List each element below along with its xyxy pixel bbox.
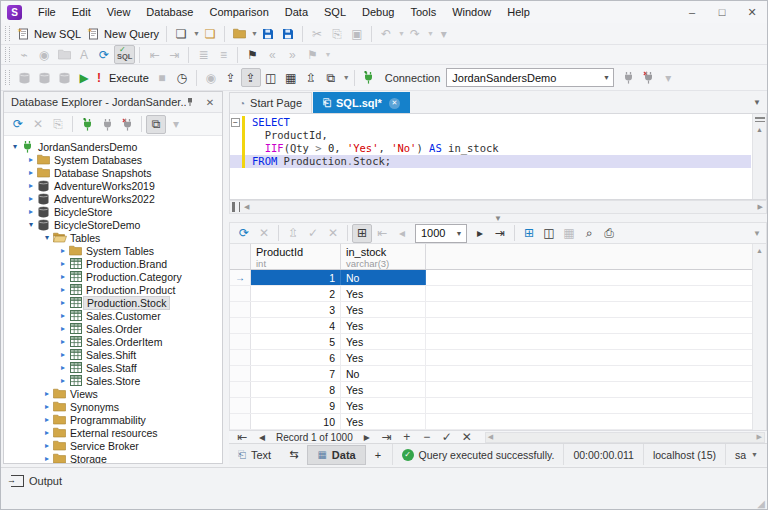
resize-grip[interactable]: ◢	[757, 498, 765, 509]
scroll-right-icon[interactable]: ▶	[758, 203, 763, 211]
last-page-button[interactable]: ⇥	[490, 224, 510, 243]
tree-item-synonyms[interactable]: ▸Synonyms	[4, 400, 222, 413]
cell-instock[interactable]: Yes	[341, 382, 426, 397]
tree-item-jordansandersdemo[interactable]: ▾JordanSandersDemo	[4, 140, 222, 153]
menu-help[interactable]: Help	[499, 3, 538, 21]
editor-vertical-scrollbar[interactable]: ▲	[752, 114, 766, 199]
table-row[interactable]: →1No	[230, 270, 752, 286]
chevron-expanded-icon[interactable]: ▾	[26, 220, 36, 229]
tree-item-sales-customer[interactable]: ▸Sales.Customer	[4, 309, 222, 322]
chevron-collapsed-icon[interactable]: ▸	[58, 324, 68, 333]
chevron-collapsed-icon[interactable]: ▸	[58, 363, 68, 372]
column-header-productid[interactable]: ProductId int	[251, 244, 341, 269]
disconnect-button[interactable]	[117, 115, 137, 134]
tree-item-external-resources[interactable]: ▸External resources	[4, 426, 222, 439]
tree-item-service-broker[interactable]: ▸Service Broker	[4, 439, 222, 452]
attach-results-button[interactable]: ⇫	[301, 68, 321, 87]
new-window-button[interactable]: ⧉	[321, 68, 341, 87]
dropdown-caret-icon[interactable]: ▼	[193, 30, 200, 37]
toggle-bookmark-button[interactable]: ⚑	[242, 45, 262, 64]
chevron-collapsed-icon[interactable]: ▸	[42, 441, 52, 450]
chevron-collapsed-icon[interactable]: ▸	[26, 207, 36, 216]
history-button[interactable]: ◷	[172, 68, 192, 87]
cell-instock[interactable]: Yes	[341, 286, 426, 301]
results-toolbar-overflow-icon[interactable]: ▼	[753, 229, 761, 238]
tree-item-production-brand[interactable]: ▸Production.Brand	[4, 257, 222, 270]
chevron-collapsed-icon[interactable]: ▸	[58, 311, 68, 320]
new-connection-button[interactable]	[77, 115, 97, 134]
export-grid-button[interactable]: ⎙	[599, 224, 619, 243]
menu-file[interactable]: File	[30, 3, 64, 21]
tab-start-page[interactable]: ◔ Start Page	[229, 92, 312, 113]
toolbar-grip[interactable]	[5, 70, 10, 85]
menu-tools[interactable]: Tools	[402, 3, 444, 21]
editor-results-splitter[interactable]: ▼	[229, 214, 767, 222]
editor-horizontal-scrollbar[interactable]: ◀ ▶	[229, 200, 767, 214]
connection-select[interactable]: JordanSandersDemo ▼	[446, 68, 614, 87]
document-view-button[interactable]: ⧉	[146, 115, 166, 134]
toolbar-grip[interactable]	[5, 26, 10, 41]
swap-results-layout-button[interactable]: ⇆	[280, 445, 307, 465]
dropdown-caret-icon[interactable]: ▼	[398, 30, 405, 37]
table-row[interactable]: 4Yes	[230, 318, 752, 334]
chevron-collapsed-icon[interactable]: ▸	[58, 246, 68, 255]
save-button[interactable]	[258, 24, 278, 43]
card-view-button[interactable]: ◫	[539, 224, 559, 243]
chevron-collapsed-icon[interactable]: ▸	[42, 402, 52, 411]
maximize-button[interactable]: □	[707, 2, 737, 23]
chevron-collapsed-icon[interactable]: ▸	[58, 272, 68, 281]
menu-sql[interactable]: SQL	[316, 3, 354, 21]
tab-sql-document[interactable]: ⎗ SQL.sql* ✕	[313, 92, 410, 113]
disconnect-button[interactable]	[638, 68, 658, 87]
close-icon[interactable]: ✕	[202, 97, 218, 108]
chevron-collapsed-icon[interactable]: ▸	[42, 428, 52, 437]
splitter-handle[interactable]	[755, 117, 765, 122]
cell-productid[interactable]: 9	[251, 398, 341, 413]
tree-item-tables[interactable]: ▾Tables	[4, 231, 222, 244]
chevron-collapsed-icon[interactable]: ▸	[42, 415, 52, 424]
tab-text[interactable]: ⎗ Text	[229, 445, 280, 465]
grid-view-button[interactable]: ⊞	[519, 224, 539, 243]
cell-productid[interactable]: 6	[251, 350, 341, 365]
find-button[interactable]: ⌕	[579, 224, 599, 243]
tree-item-sales-orderitem[interactable]: ▸Sales.OrderItem	[4, 335, 222, 348]
chevron-expanded-icon[interactable]: ▾	[42, 233, 52, 242]
tree-item-bicyclestoredemo[interactable]: ▾BicycleStoreDemo	[4, 218, 222, 231]
chevron-collapsed-icon[interactable]: ▸	[58, 298, 68, 307]
dropdown-caret-icon[interactable]: ▼	[343, 74, 350, 81]
tree-item-sales-shift[interactable]: ▸Sales.Shift	[4, 348, 222, 361]
chevron-collapsed-icon[interactable]: ▸	[26, 181, 36, 190]
cell-productid[interactable]: 1	[251, 270, 341, 285]
tree-item-storage[interactable]: ▸Storage	[4, 452, 222, 463]
cell-productid[interactable]: 3	[251, 302, 341, 317]
paging-mode-button[interactable]: ⊞	[352, 224, 372, 243]
chevron-expanded-icon[interactable]: ▾	[10, 142, 20, 151]
tree-item-sales-order[interactable]: ▸Sales.Order	[4, 322, 222, 335]
execute-button[interactable]: !Execute	[94, 68, 152, 87]
tab-overflow-icon[interactable]: ▼	[753, 98, 761, 107]
menu-debug[interactable]: Debug	[354, 3, 402, 21]
dropdown-caret-icon[interactable]: ▼	[251, 30, 258, 37]
sql-editor[interactable]: −SELECT ProductId, IIF(Qty > 0, 'Yes', '…	[229, 113, 767, 200]
minimize-button[interactable]: –	[677, 2, 707, 23]
chevron-collapsed-icon[interactable]: ▸	[26, 155, 36, 164]
status-user[interactable]: sa ▼	[725, 444, 767, 465]
tree-item-system-databases[interactable]: ▸System Databases	[4, 153, 222, 166]
table-row[interactable]: 3Yes	[230, 302, 752, 318]
close-tab-icon[interactable]: ✕	[389, 98, 400, 109]
cell-instock[interactable]: Yes	[341, 334, 426, 349]
tree-item-production-stock[interactable]: ▸Production.Stock	[4, 296, 222, 309]
cell-instock[interactable]: Yes	[341, 398, 426, 413]
run-button[interactable]: ▶	[74, 68, 94, 87]
close-button[interactable]: ✕	[737, 2, 767, 23]
chevron-collapsed-icon[interactable]: ▸	[58, 376, 68, 385]
table-row[interactable]: 9Yes	[230, 398, 752, 414]
visualizer-button[interactable]: ▦	[281, 68, 301, 87]
cell-productid[interactable]: 5	[251, 334, 341, 349]
menu-data[interactable]: Data	[277, 3, 316, 21]
cell-instock[interactable]: No	[341, 366, 426, 381]
table-row[interactable]: 10Yes	[230, 414, 752, 430]
tree-item-programmability[interactable]: ▸Programmability	[4, 413, 222, 426]
column-header-instock[interactable]: in_stock varchar(3)	[341, 244, 426, 269]
cell-instock[interactable]: Yes	[341, 350, 426, 365]
